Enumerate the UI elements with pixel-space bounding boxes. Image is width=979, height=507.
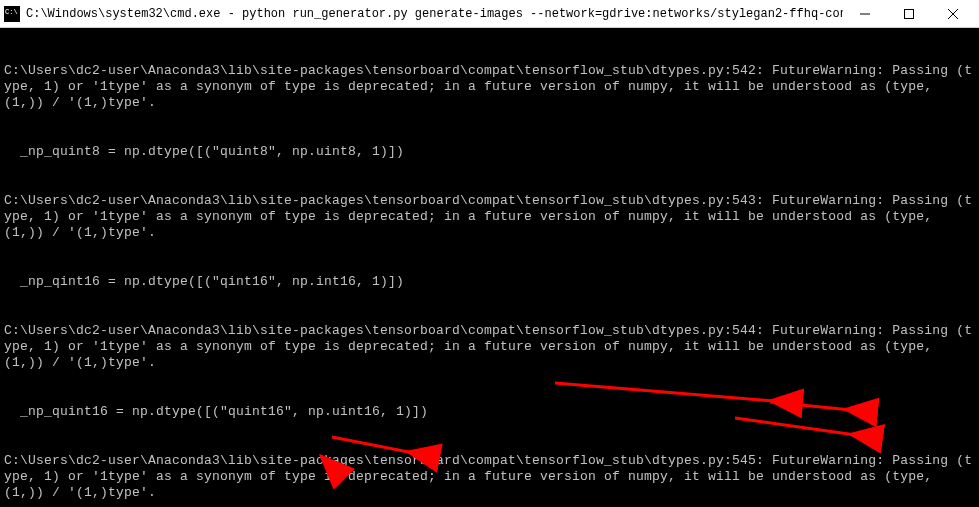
window-titlebar: C:\Windows\system32\cmd.exe - python run…: [0, 0, 979, 28]
terminal-line: _np_quint16 = np.dtype([("quint16", np.u…: [4, 404, 975, 420]
window-controls: [843, 0, 975, 28]
minimize-button[interactable]: [843, 0, 887, 28]
window-title: C:\Windows\system32\cmd.exe - python run…: [26, 7, 843, 21]
terminal-line: _np_qint16 = np.dtype([("qint16", np.int…: [4, 274, 975, 290]
maximize-button[interactable]: [887, 0, 931, 28]
close-icon: [948, 9, 958, 19]
cmd-icon: [4, 6, 20, 22]
terminal-line: C:\Users\dc2-user\Anaconda3\lib\site-pac…: [4, 193, 975, 242]
maximize-icon: [904, 9, 914, 19]
close-button[interactable]: [931, 0, 975, 28]
terminal-line: C:\Users\dc2-user\Anaconda3\lib\site-pac…: [4, 453, 975, 502]
terminal-line: C:\Users\dc2-user\Anaconda3\lib\site-pac…: [4, 323, 975, 372]
terminal-line: C:\Users\dc2-user\Anaconda3\lib\site-pac…: [4, 63, 975, 112]
terminal-line: _np_quint8 = np.dtype([("quint8", np.uin…: [4, 144, 975, 160]
terminal-output[interactable]: C:\Users\dc2-user\Anaconda3\lib\site-pac…: [0, 28, 979, 507]
svg-rect-1: [905, 9, 914, 18]
minimize-icon: [860, 9, 870, 19]
